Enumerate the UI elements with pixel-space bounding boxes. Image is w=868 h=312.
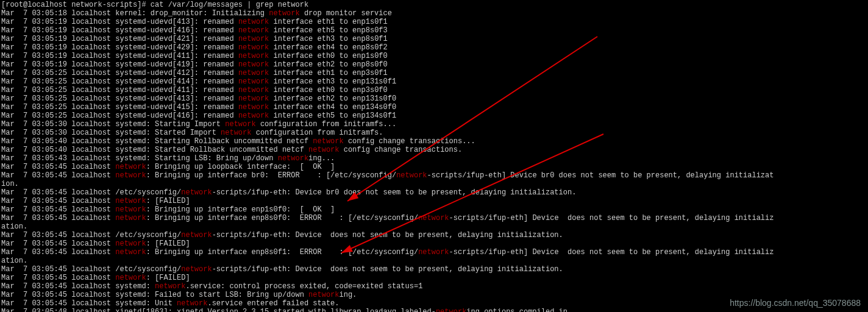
prompt-line[interactable]: [root@localhost network-scripts]# cat /v… bbox=[1, 1, 867, 9]
terminal-output[interactable]: [root@localhost network-scripts]# cat /v… bbox=[0, 0, 868, 312]
watermark: https://blog.csdn.net/qq_35078688 bbox=[730, 299, 861, 307]
